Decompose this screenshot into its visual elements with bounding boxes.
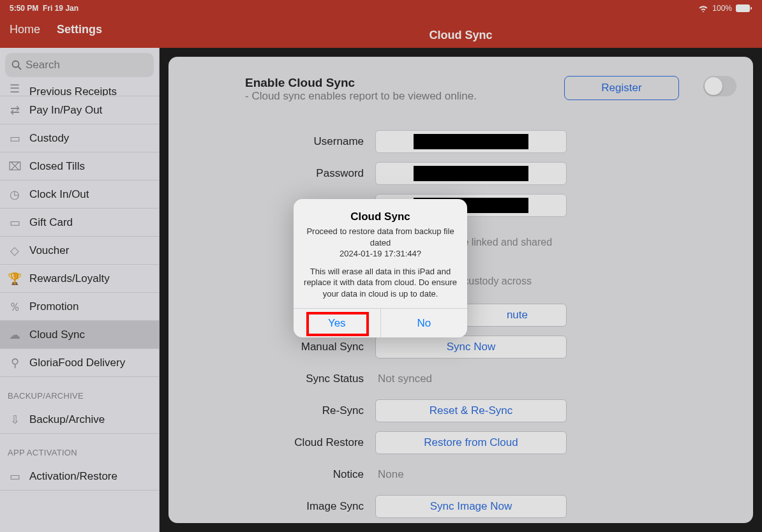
dialog-title: Cloud Sync (303, 211, 458, 223)
confirm-dialog: Cloud Sync Proceed to restore data from … (294, 199, 467, 337)
dialog-warning: This will erase all data in this iPad an… (303, 266, 458, 300)
dialog-yes-button[interactable]: Yes (294, 309, 380, 337)
dialog-message: Proceed to restore data from backup file… (303, 226, 458, 260)
dialog-no-button[interactable]: No (380, 309, 468, 337)
